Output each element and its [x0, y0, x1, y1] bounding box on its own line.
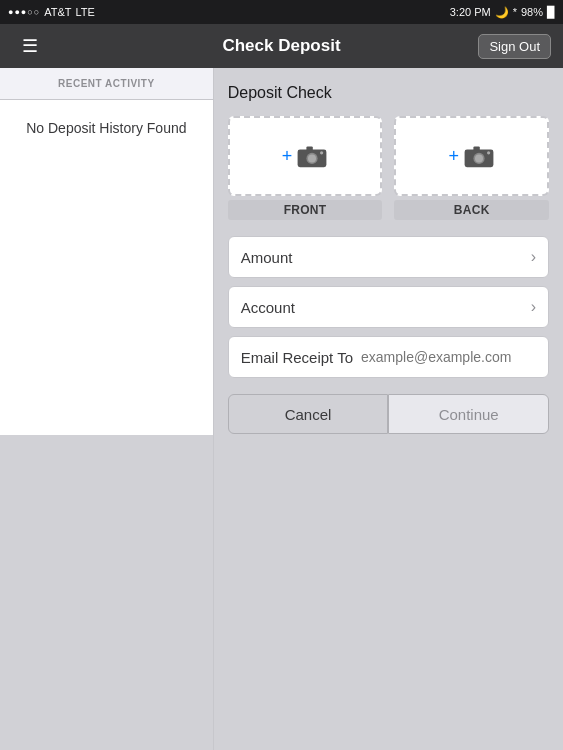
- front-camera-button[interactable]: +: [228, 116, 383, 196]
- svg-point-2: [308, 154, 316, 162]
- status-bar: ●●●○○ AT&T LTE 3:20 PM 🌙 * 98% ▉: [0, 0, 563, 24]
- amount-field[interactable]: Amount ›: [228, 236, 549, 278]
- svg-point-4: [320, 151, 323, 154]
- svg-rect-8: [473, 146, 479, 150]
- continue-button[interactable]: Continue: [388, 394, 549, 434]
- front-camera-icon-wrap: +: [282, 143, 329, 169]
- back-camera-box: + Back: [394, 116, 549, 220]
- amount-chevron-icon: ›: [531, 248, 536, 266]
- action-row: Cancel Continue: [228, 394, 549, 434]
- front-camera-icon: [296, 143, 328, 169]
- left-panel: RECENT ACTIVITY No Deposit History Found: [0, 68, 214, 750]
- left-bottom-area: [0, 435, 213, 750]
- hamburger-menu-button[interactable]: ☰: [12, 28, 48, 64]
- account-chevron-icon: ›: [531, 298, 536, 316]
- nav-bar: ☰ Check Deposit Sign Out: [0, 24, 563, 68]
- recent-activity-label: RECENT ACTIVITY: [58, 78, 155, 89]
- account-field[interactable]: Account ›: [228, 286, 549, 328]
- back-plus-icon: +: [448, 146, 459, 167]
- battery-icon: ▉: [547, 6, 555, 19]
- deposit-check-title: Deposit Check: [228, 84, 549, 102]
- back-camera-button[interactable]: +: [394, 116, 549, 196]
- carrier-label: AT&T: [44, 6, 71, 18]
- back-label: Back: [394, 200, 549, 220]
- email-receipt-label: Email Receipt To: [241, 349, 353, 366]
- right-panel: Deposit Check +: [214, 68, 563, 750]
- bluetooth-icon: *: [513, 6, 517, 18]
- network-type-label: LTE: [75, 6, 94, 18]
- time-label: 3:20 PM: [450, 6, 491, 18]
- svg-point-9: [487, 151, 490, 154]
- moon-icon: 🌙: [495, 6, 509, 19]
- svg-rect-3: [307, 146, 313, 150]
- front-camera-box: + Front: [228, 116, 383, 220]
- status-left: ●●●○○ AT&T LTE: [8, 6, 95, 18]
- recent-activity-header: RECENT ACTIVITY: [0, 68, 213, 100]
- back-camera-icon: [463, 143, 495, 169]
- account-label: Account: [241, 299, 295, 316]
- status-right: 3:20 PM 🌙 * 98% ▉: [450, 6, 555, 19]
- svg-point-7: [475, 154, 483, 162]
- page-title: Check Deposit: [222, 36, 340, 56]
- camera-row: + Front +: [228, 116, 549, 220]
- battery-label: 98%: [521, 6, 543, 18]
- sign-out-button[interactable]: Sign Out: [478, 34, 551, 59]
- main-content: RECENT ACTIVITY No Deposit History Found…: [0, 68, 563, 750]
- back-camera-icon-wrap: +: [448, 143, 495, 169]
- amount-label: Amount: [241, 249, 293, 266]
- email-receipt-field: Email Receipt To: [228, 336, 549, 378]
- signal-dots: ●●●○○: [8, 7, 40, 17]
- front-plus-icon: +: [282, 146, 293, 167]
- cancel-button[interactable]: Cancel: [228, 394, 389, 434]
- front-label: Front: [228, 200, 383, 220]
- no-history-text: No Deposit History Found: [26, 120, 186, 136]
- email-receipt-input[interactable]: [361, 349, 536, 365]
- no-history-section: No Deposit History Found: [0, 100, 213, 435]
